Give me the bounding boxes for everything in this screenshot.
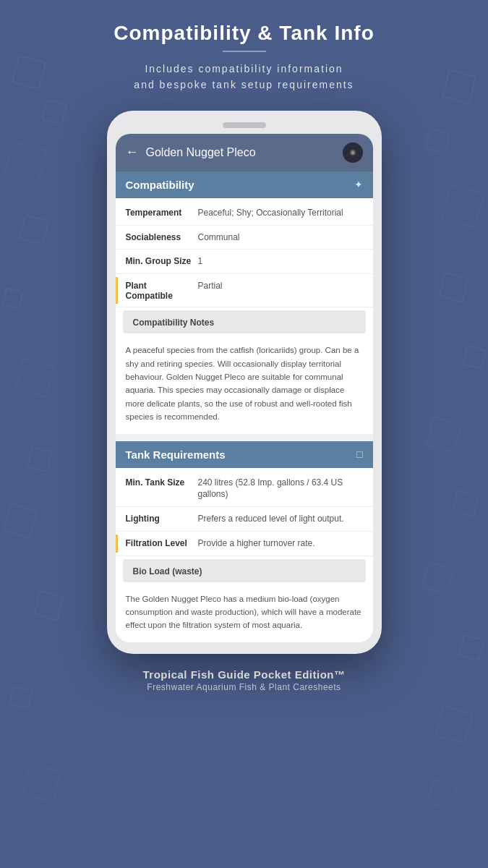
compatibility-notes-label: Compatibility Notes — [133, 318, 215, 328]
group-size-label: Min. Group Size — [126, 255, 198, 266]
tank-header-icon: □ — [356, 448, 362, 460]
temperament-label: Temperament — [126, 207, 198, 218]
temperament-row: Temperament Peaceful; Shy; Occasionally … — [116, 201, 373, 226]
subtitle-line1: Includes compatibility information — [145, 63, 343, 75]
subtitle-line2: and bespoke tank setup requirements — [134, 79, 354, 90]
page-footer: Tropical Fish Guide Pocket Edition™ Fres… — [142, 668, 345, 692]
plant-compatible-label: Plant Compatible — [126, 280, 198, 301]
svg-point-1 — [351, 150, 354, 154]
tank-content: Min. Tank Size 240 litres (52.8 Imp. gal… — [116, 468, 373, 642]
compatibility-notes-body: A peaceful species from the catfish (lor… — [116, 336, 373, 430]
footer-subtitle: Freshwater Aquarium Fish & Plant Careshe… — [142, 682, 345, 692]
filtration-label: Filtration Level — [126, 537, 198, 548]
plant-compatible-row: Plant Compatible Partial — [116, 274, 373, 307]
phone-notch — [223, 122, 266, 128]
bio-load-notes-label: Bio Load (waste) — [133, 566, 202, 576]
compatibility-notes-header: Compatibility Notes — [123, 310, 366, 333]
app-header: ← Golden Nugget Pleco — [116, 134, 373, 171]
filtration-value: Provide a higher turnover rate. — [198, 537, 363, 550]
tank-header-title: Tank Requirements — [126, 448, 226, 461]
min-tank-size-value: 240 litres (52.8 Imp. gallons / 63.4 US … — [198, 477, 363, 501]
lighting-row: Lighting Prefers a reduced level of ligh… — [116, 507, 373, 532]
filtration-row: Filtration Level Provide a higher turnov… — [116, 532, 373, 556]
bio-load-notes-body: The Golden Nugget Pleco has a medium bio… — [116, 585, 373, 639]
compatibility-header-icon: ✦ — [354, 179, 363, 190]
plant-compatible-value: Partial — [198, 280, 363, 292]
section-gap — [116, 434, 373, 441]
group-size-value: 1 — [198, 255, 363, 268]
page-title: Compatibility & Tank Info — [114, 22, 374, 45]
compatibility-header-title: Compatibility — [126, 179, 194, 191]
min-tank-size-label: Min. Tank Size — [126, 477, 198, 488]
app-header-title: Golden Nugget Pleco — [146, 146, 335, 159]
compatibility-content: Temperament Peaceful; Shy; Occasionally … — [116, 198, 373, 434]
lighting-label: Lighting — [126, 513, 198, 524]
yellow-highlight-bar — [116, 277, 118, 304]
filtration-yellow-bar — [116, 535, 118, 553]
min-tank-size-row: Min. Tank Size 240 litres (52.8 Imp. gal… — [116, 471, 373, 508]
camera-icon — [343, 142, 363, 163]
page-divider — [223, 51, 266, 52]
back-button[interactable]: ← — [126, 145, 139, 160]
lighting-value: Prefers a reduced level of light output. — [198, 513, 363, 525]
tank-section-header: Tank Requirements □ — [116, 441, 373, 468]
temperament-value: Peaceful; Shy; Occasionally Territorial — [198, 207, 363, 219]
sociableness-label: Sociableness — [126, 231, 198, 242]
footer-title: Tropical Fish Guide Pocket Edition™ — [142, 668, 345, 681]
page-subtitle: Includes compatibility information and b… — [134, 61, 354, 93]
group-size-row: Min. Group Size 1 — [116, 250, 373, 274]
sociableness-value: Communal — [198, 231, 363, 244]
phone-screen: ← Golden Nugget Pleco Compatibility ✦ Te… — [116, 134, 373, 642]
phone-mockup: ← Golden Nugget Pleco Compatibility ✦ Te… — [107, 111, 382, 654]
sociableness-row: Sociableness Communal — [116, 226, 373, 250]
page-wrapper: Compatibility & Tank Info Includes compa… — [0, 0, 488, 707]
bio-load-notes-header: Bio Load (waste) — [123, 559, 366, 582]
compatibility-section-header: Compatibility ✦ — [116, 171, 373, 198]
